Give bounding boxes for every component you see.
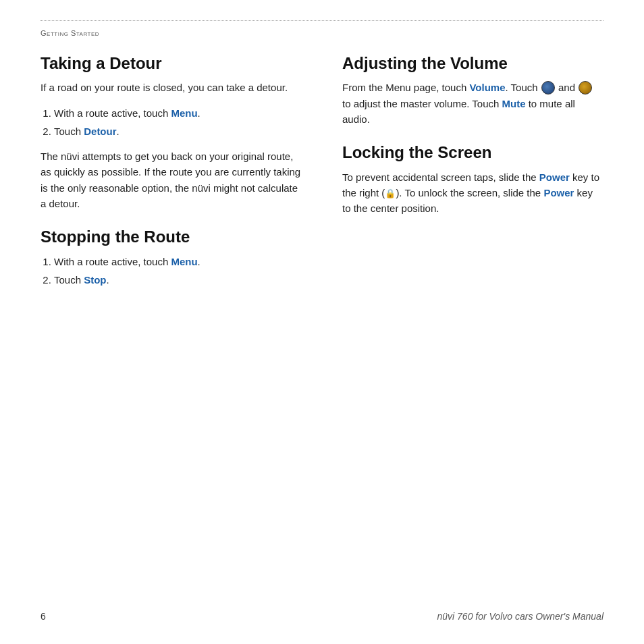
vol-and-text: and — [556, 82, 578, 93]
left-column: Taking a Detour If a road on your route … — [41, 54, 308, 298]
detour-description: The nüvi attempts to get you back on you… — [41, 149, 302, 211]
stop-stop-link: Stop — [84, 274, 106, 286]
header-label: Getting Started — [41, 29, 99, 37]
footer-page-number: 6 — [41, 610, 46, 624]
lock-symbol-icon: 🔒 — [385, 187, 396, 200]
locking-screen-title: Locking the Screen — [342, 143, 603, 163]
vol-text3: to adjust the master volume. Touch — [342, 98, 502, 109]
taking-detour-title: Taking a Detour — [41, 54, 302, 74]
footer-manual-title: nüvi 760 for Volvo cars Owner's Manual — [437, 610, 604, 624]
lock-power-link2: Power — [543, 187, 574, 198]
vol-text2: . Touch — [506, 82, 541, 93]
header-section: Getting Started — [41, 20, 603, 41]
taking-detour-intro: If a road on your route is closed, you c… — [41, 80, 302, 95]
adjusting-volume-section: Adjusting the Volume From the Menu page,… — [342, 54, 603, 128]
detour-step-1-text: With a route active, touch — [54, 107, 171, 119]
lock-text1: To prevent accidental screen taps, slide… — [342, 171, 539, 183]
lock-power-link1: Power — [539, 171, 570, 183]
right-column: Adjusting the Volume From the Menu page,… — [336, 54, 603, 298]
stopping-route-steps: With a route active, touch Menu. Touch S… — [54, 254, 302, 288]
taking-detour-steps: With a route active, touch Menu. Touch D… — [54, 105, 302, 140]
vol-up-icon — [541, 81, 555, 95]
vol-text1: From the Menu page, touch — [342, 82, 469, 93]
locking-screen-section: Locking the Screen To prevent accidental… — [342, 143, 603, 217]
vol-volume-link: Volume — [469, 82, 505, 93]
footer-section: 6 nüvi 760 for Volvo cars Owner's Manual — [41, 610, 603, 624]
lock-text3: ). To unlock the screen, slide the — [396, 187, 543, 198]
detour-step-1: With a route active, touch Menu. — [54, 105, 302, 121]
adjusting-volume-title: Adjusting the Volume — [342, 54, 603, 74]
stop-step-1: With a route active, touch Menu. — [54, 254, 302, 269]
stop-step-1-text: With a route active, touch — [54, 256, 171, 267]
stop-step-2-text: Touch — [54, 274, 84, 286]
locking-screen-body: To prevent accidental screen taps, slide… — [342, 169, 603, 217]
vol-down-icon — [579, 81, 592, 95]
stop-menu-link: Menu — [171, 256, 197, 267]
stopping-route-title: Stopping the Route — [41, 227, 302, 247]
stop-step-2: Touch Stop. — [54, 272, 302, 288]
stopping-route-section: Stopping the Route With a route active, … — [41, 227, 302, 288]
vol-mute-link: Mute — [502, 98, 526, 109]
main-content: Taking a Detour If a road on your route … — [41, 54, 603, 298]
detour-step-2: Touch Detour. — [54, 124, 302, 139]
adjusting-volume-body: From the Menu page, touch Volume. Touch … — [342, 80, 603, 127]
detour-detour-link: Detour — [84, 126, 116, 137]
detour-menu-link: Menu — [171, 107, 197, 119]
detour-step-2-text: Touch — [54, 126, 84, 137]
page-container: Getting Started Taking a Detour If a roa… — [0, 0, 644, 644]
taking-detour-section: Taking a Detour If a road on your route … — [41, 54, 302, 212]
